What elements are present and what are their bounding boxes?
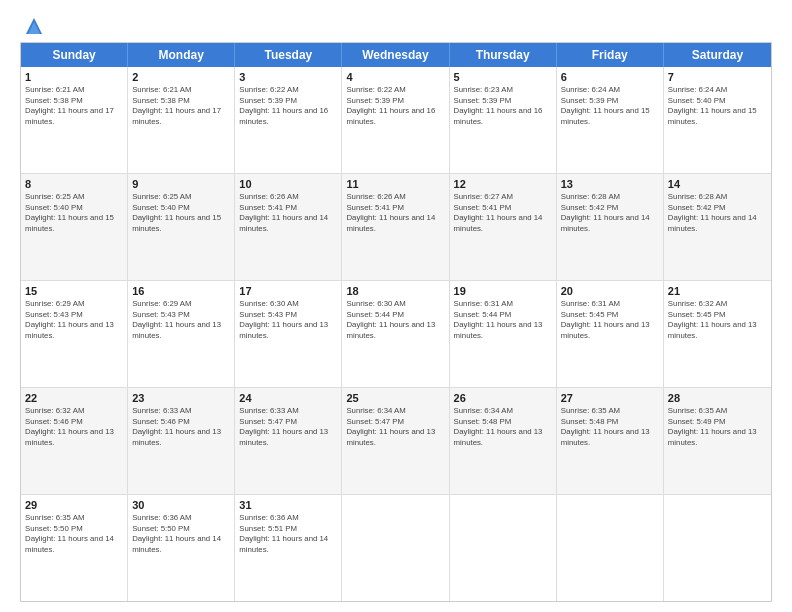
cal-cell-day-25: 25Sunrise: 6:34 AMSunset: 5:47 PMDayligh… [342,388,449,494]
day-number: 2 [132,70,230,84]
day-number: 1 [25,70,123,84]
cal-cell-day-17: 17Sunrise: 6:30 AMSunset: 5:43 PMDayligh… [235,281,342,387]
header [20,16,772,36]
day-number: 8 [25,177,123,191]
cal-week-1: 1Sunrise: 6:21 AMSunset: 5:38 PMDaylight… [21,67,771,174]
day-number: 25 [346,391,444,405]
day-info: Sunrise: 6:36 AMSunset: 5:51 PMDaylight:… [239,513,337,555]
day-info: Sunrise: 6:21 AMSunset: 5:38 PMDaylight:… [25,85,123,127]
day-info: Sunrise: 6:24 AMSunset: 5:39 PMDaylight:… [561,85,659,127]
cal-cell-day-22: 22Sunrise: 6:32 AMSunset: 5:46 PMDayligh… [21,388,128,494]
day-number: 13 [561,177,659,191]
day-info: Sunrise: 6:32 AMSunset: 5:45 PMDaylight:… [668,299,767,341]
day-number: 3 [239,70,337,84]
day-number: 17 [239,284,337,298]
day-info: Sunrise: 6:25 AMSunset: 5:40 PMDaylight:… [132,192,230,234]
cal-cell-day-15: 15Sunrise: 6:29 AMSunset: 5:43 PMDayligh… [21,281,128,387]
cal-cell-day-11: 11Sunrise: 6:26 AMSunset: 5:41 PMDayligh… [342,174,449,280]
day-info: Sunrise: 6:31 AMSunset: 5:45 PMDaylight:… [561,299,659,341]
day-info: Sunrise: 6:28 AMSunset: 5:42 PMDaylight:… [668,192,767,234]
day-number: 14 [668,177,767,191]
day-info: Sunrise: 6:35 AMSunset: 5:48 PMDaylight:… [561,406,659,448]
cal-cell-day-29: 29Sunrise: 6:35 AMSunset: 5:50 PMDayligh… [21,495,128,601]
cal-cell-day-28: 28Sunrise: 6:35 AMSunset: 5:49 PMDayligh… [664,388,771,494]
day-info: Sunrise: 6:28 AMSunset: 5:42 PMDaylight:… [561,192,659,234]
cal-cell-day-2: 2Sunrise: 6:21 AMSunset: 5:38 PMDaylight… [128,67,235,173]
day-number: 7 [668,70,767,84]
day-info: Sunrise: 6:29 AMSunset: 5:43 PMDaylight:… [25,299,123,341]
day-number: 21 [668,284,767,298]
day-number: 11 [346,177,444,191]
day-number: 16 [132,284,230,298]
day-info: Sunrise: 6:35 AMSunset: 5:49 PMDaylight:… [668,406,767,448]
day-info: Sunrise: 6:32 AMSunset: 5:46 PMDaylight:… [25,406,123,448]
cal-cell-day-19: 19Sunrise: 6:31 AMSunset: 5:44 PMDayligh… [450,281,557,387]
calendar: SundayMondayTuesdayWednesdayThursdayFrid… [20,42,772,602]
cal-cell-day-14: 14Sunrise: 6:28 AMSunset: 5:42 PMDayligh… [664,174,771,280]
day-info: Sunrise: 6:26 AMSunset: 5:41 PMDaylight:… [239,192,337,234]
cal-cell-empty [450,495,557,601]
calendar-header: SundayMondayTuesdayWednesdayThursdayFrid… [21,43,771,67]
cal-cell-day-9: 9Sunrise: 6:25 AMSunset: 5:40 PMDaylight… [128,174,235,280]
day-info: Sunrise: 6:31 AMSunset: 5:44 PMDaylight:… [454,299,552,341]
cal-week-3: 15Sunrise: 6:29 AMSunset: 5:43 PMDayligh… [21,281,771,388]
cal-cell-day-8: 8Sunrise: 6:25 AMSunset: 5:40 PMDaylight… [21,174,128,280]
cal-cell-day-24: 24Sunrise: 6:33 AMSunset: 5:47 PMDayligh… [235,388,342,494]
day-number: 30 [132,498,230,512]
day-number: 27 [561,391,659,405]
cal-cell-day-27: 27Sunrise: 6:35 AMSunset: 5:48 PMDayligh… [557,388,664,494]
cal-cell-day-18: 18Sunrise: 6:30 AMSunset: 5:44 PMDayligh… [342,281,449,387]
cal-cell-day-30: 30Sunrise: 6:36 AMSunset: 5:50 PMDayligh… [128,495,235,601]
day-info: Sunrise: 6:34 AMSunset: 5:48 PMDaylight:… [454,406,552,448]
cal-cell-day-31: 31Sunrise: 6:36 AMSunset: 5:51 PMDayligh… [235,495,342,601]
calendar-body: 1Sunrise: 6:21 AMSunset: 5:38 PMDaylight… [21,67,771,601]
day-number: 6 [561,70,659,84]
day-info: Sunrise: 6:24 AMSunset: 5:40 PMDaylight:… [668,85,767,127]
cal-cell-empty [664,495,771,601]
day-number: 26 [454,391,552,405]
day-info: Sunrise: 6:26 AMSunset: 5:41 PMDaylight:… [346,192,444,234]
day-number: 22 [25,391,123,405]
cal-week-4: 22Sunrise: 6:32 AMSunset: 5:46 PMDayligh… [21,388,771,495]
day-info: Sunrise: 6:30 AMSunset: 5:44 PMDaylight:… [346,299,444,341]
cal-cell-day-12: 12Sunrise: 6:27 AMSunset: 5:41 PMDayligh… [450,174,557,280]
cal-cell-day-20: 20Sunrise: 6:31 AMSunset: 5:45 PMDayligh… [557,281,664,387]
cal-cell-day-21: 21Sunrise: 6:32 AMSunset: 5:45 PMDayligh… [664,281,771,387]
day-number: 19 [454,284,552,298]
cal-cell-day-7: 7Sunrise: 6:24 AMSunset: 5:40 PMDaylight… [664,67,771,173]
cal-week-2: 8Sunrise: 6:25 AMSunset: 5:40 PMDaylight… [21,174,771,281]
day-info: Sunrise: 6:33 AMSunset: 5:46 PMDaylight:… [132,406,230,448]
day-info: Sunrise: 6:34 AMSunset: 5:47 PMDaylight:… [346,406,444,448]
cal-cell-empty [342,495,449,601]
header-day-sunday: Sunday [21,43,128,67]
cal-cell-day-4: 4Sunrise: 6:22 AMSunset: 5:39 PMDaylight… [342,67,449,173]
day-info: Sunrise: 6:23 AMSunset: 5:39 PMDaylight:… [454,85,552,127]
day-info: Sunrise: 6:21 AMSunset: 5:38 PMDaylight:… [132,85,230,127]
page: SundayMondayTuesdayWednesdayThursdayFrid… [0,0,792,612]
day-info: Sunrise: 6:25 AMSunset: 5:40 PMDaylight:… [25,192,123,234]
day-number: 15 [25,284,123,298]
logo [20,16,44,36]
day-number: 29 [25,498,123,512]
header-day-wednesday: Wednesday [342,43,449,67]
day-number: 5 [454,70,552,84]
cal-cell-day-3: 3Sunrise: 6:22 AMSunset: 5:39 PMDaylight… [235,67,342,173]
logo-text [20,16,44,36]
day-number: 31 [239,498,337,512]
day-number: 24 [239,391,337,405]
day-info: Sunrise: 6:22 AMSunset: 5:39 PMDaylight:… [346,85,444,127]
day-number: 20 [561,284,659,298]
day-number: 10 [239,177,337,191]
header-day-friday: Friday [557,43,664,67]
day-number: 12 [454,177,552,191]
cal-cell-day-10: 10Sunrise: 6:26 AMSunset: 5:41 PMDayligh… [235,174,342,280]
day-info: Sunrise: 6:35 AMSunset: 5:50 PMDaylight:… [25,513,123,555]
cal-cell-day-23: 23Sunrise: 6:33 AMSunset: 5:46 PMDayligh… [128,388,235,494]
cal-cell-day-6: 6Sunrise: 6:24 AMSunset: 5:39 PMDaylight… [557,67,664,173]
day-info: Sunrise: 6:30 AMSunset: 5:43 PMDaylight:… [239,299,337,341]
header-day-monday: Monday [128,43,235,67]
cal-cell-empty [557,495,664,601]
cal-cell-day-16: 16Sunrise: 6:29 AMSunset: 5:43 PMDayligh… [128,281,235,387]
header-day-saturday: Saturday [664,43,771,67]
cal-cell-day-26: 26Sunrise: 6:34 AMSunset: 5:48 PMDayligh… [450,388,557,494]
